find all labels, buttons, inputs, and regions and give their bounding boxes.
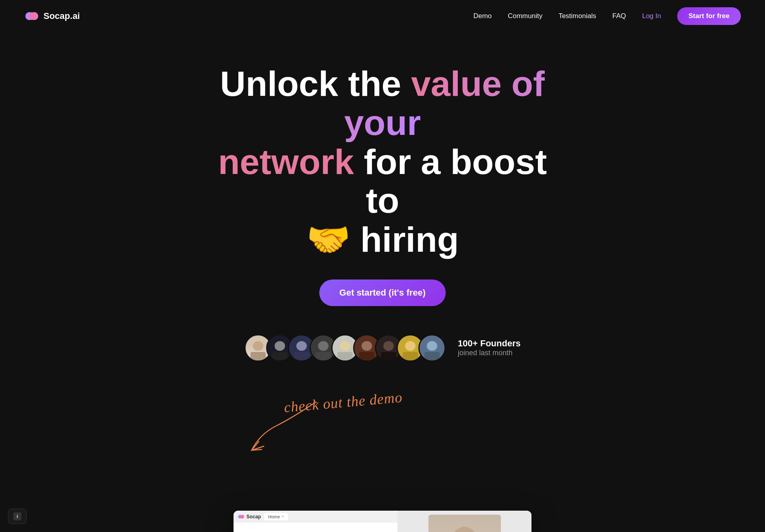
notif-icon-text: i bbox=[17, 514, 18, 519]
nav-links: Demo Community Testimonials FAQ Log In S… bbox=[473, 7, 741, 25]
hero-emoji: 🤝 bbox=[306, 219, 351, 259]
demo-annotation: check out the demo Socap bbox=[171, 394, 594, 532]
hero-title: Unlock the value of your network for a b… bbox=[201, 64, 564, 259]
get-started-button[interactable]: Get started (it's free) bbox=[319, 279, 446, 306]
hero-title-part1: Unlock the bbox=[220, 64, 411, 104]
avatar-9 bbox=[418, 334, 446, 362]
logo-icon bbox=[24, 8, 39, 24]
demo-app-left: Socap Home × bbox=[234, 511, 397, 532]
hero-title-hiring: hiring bbox=[351, 219, 459, 259]
nav-community[interactable]: Community bbox=[508, 12, 542, 20]
demo-handwritten-text: check out the demo bbox=[283, 389, 403, 416]
avatar-group bbox=[244, 334, 446, 362]
social-proof: 100+ Founders joined last month bbox=[244, 334, 521, 362]
hero-title-part3: for a boost to bbox=[354, 142, 547, 221]
nav-login[interactable]: Log In bbox=[642, 12, 661, 20]
start-for-free-button[interactable]: Start for free bbox=[677, 7, 741, 25]
founders-subtitle: joined last month bbox=[458, 349, 521, 357]
navbar: Socap.ai Demo Community Testimonials FAQ… bbox=[0, 0, 765, 32]
corner-notification[interactable]: i bbox=[8, 509, 27, 524]
svg-point-2 bbox=[29, 12, 34, 20]
logo[interactable]: Socap.ai bbox=[24, 8, 80, 24]
demo-app-name: Socap bbox=[246, 514, 261, 520]
founders-text: 100+ Founders joined last month bbox=[458, 338, 521, 357]
hero-section: Unlock the value of your network for a b… bbox=[0, 32, 765, 378]
demo-section: check out the demo Socap bbox=[0, 394, 765, 532]
demo-person-area bbox=[397, 511, 531, 532]
nav-testimonials[interactable]: Testimonials bbox=[558, 12, 596, 20]
demo-tab-label: Home bbox=[268, 514, 280, 519]
logo-text: Socap.ai bbox=[43, 11, 80, 21]
svg-point-4 bbox=[240, 515, 244, 518]
nav-faq[interactable]: FAQ bbox=[612, 12, 626, 20]
notif-icon: i bbox=[13, 512, 21, 520]
demo-screenshot: Socap Home × bbox=[234, 511, 531, 532]
nav-demo[interactable]: Demo bbox=[473, 12, 492, 20]
hero-title-part2: network bbox=[218, 142, 354, 182]
founders-count: 100+ Founders bbox=[458, 338, 521, 349]
